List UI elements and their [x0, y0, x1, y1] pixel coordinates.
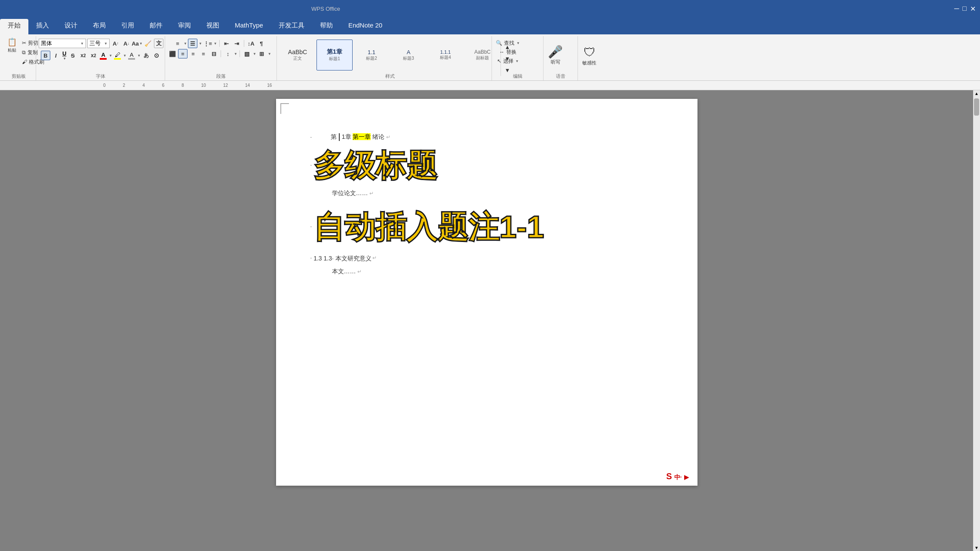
- close-btn[interactable]: ✕: [970, 5, 976, 13]
- font-group: 黑体 ▼ 三号 ▼ A↑ A↓ Aa▼ 🧹 文 B I: [36, 36, 165, 80]
- justify-button[interactable]: ≡: [199, 49, 208, 58]
- bullets-button[interactable]: ≡: [173, 39, 182, 48]
- document-scroll[interactable]: · 第 1章 第一章 绪论 ↵ · 多级标题 学位论文…… ↵: [0, 90, 973, 551]
- bullet-2: ·: [310, 162, 312, 168]
- align-right-button[interactable]: ≡: [188, 49, 198, 58]
- tab-references[interactable]: 引用: [114, 19, 142, 34]
- para-divider-2: [244, 40, 244, 47]
- font-color-button[interactable]: A: [99, 51, 108, 60]
- align-center-button[interactable]: ≡: [178, 49, 187, 58]
- tab-design[interactable]: 设计: [57, 19, 85, 34]
- minimize-btn[interactable]: ─: [954, 5, 959, 13]
- align-left-button[interactable]: ⬛: [168, 49, 177, 58]
- find-button[interactable]: 🔍 查找 ▼: [495, 39, 521, 47]
- tab-review[interactable]: 审阅: [170, 19, 199, 34]
- superscript-button[interactable]: x2: [89, 51, 98, 60]
- font-name-arrow: ▼: [80, 42, 84, 46]
- tab-home[interactable]: 开始: [0, 19, 28, 34]
- clear-format-button[interactable]: 🧹: [143, 39, 153, 48]
- dictate-label: 听写: [551, 59, 560, 65]
- style-heading3[interactable]: A 标题3: [390, 40, 427, 70]
- bold-button[interactable]: B: [41, 51, 50, 60]
- highlight-arrow[interactable]: ▼: [123, 54, 126, 58]
- shading-arrow[interactable]: ▼: [253, 52, 256, 56]
- char-shade-button[interactable]: A: [127, 51, 136, 60]
- border-arrow[interactable]: ▼: [268, 52, 271, 56]
- chapter-number: 1章: [342, 133, 351, 140]
- cut-icon: ✂: [22, 40, 26, 46]
- styles-label: 样式: [280, 73, 501, 80]
- text-effect-button[interactable]: 文: [154, 39, 163, 48]
- dictate-button[interactable]: 🎤 听写: [546, 44, 565, 67]
- font-name-selector[interactable]: 黑体 ▼: [39, 39, 86, 48]
- paste-label: 粘贴: [8, 47, 16, 53]
- numbering-button[interactable]: ☰: [188, 39, 197, 48]
- scroll-thumb[interactable]: [974, 98, 979, 116]
- shade-arrow[interactable]: ▼: [137, 54, 141, 58]
- body-text-2: 本文……: [332, 268, 356, 275]
- sensitivity-group: 🛡 敏感性 x: [578, 36, 612, 80]
- paste-icon: 📋: [7, 38, 17, 47]
- bullets-arrow[interactable]: ▼: [184, 42, 187, 46]
- strikethrough-button[interactable]: S: [68, 51, 77, 60]
- ribbon-content: 📋 粘贴 ✂ 剪切 ⧉ 复制 🖌 格式刷: [0, 34, 980, 81]
- sensitivity-button[interactable]: 🛡 敏感性: [581, 44, 598, 67]
- style-heading2[interactable]: 1.1 标题2: [353, 40, 390, 70]
- replace-button[interactable]: ↔ 替换: [495, 48, 521, 56]
- voice-group: 🎤 听写 语音: [544, 36, 578, 80]
- subscript-button[interactable]: x2: [78, 51, 88, 60]
- encircle-button[interactable]: ⊙: [152, 51, 161, 60]
- scroll-up-button[interactable]: ▲: [974, 91, 980, 96]
- select-arrow: ▼: [516, 59, 519, 63]
- tab-devtools[interactable]: 开发工具: [271, 19, 312, 34]
- scroll-down-button[interactable]: ▼: [974, 545, 980, 550]
- shading-button[interactable]: ▧: [242, 49, 252, 58]
- font-group-label: 字体: [39, 73, 162, 80]
- underline-button[interactable]: U ▼: [61, 50, 67, 61]
- show-marks-button[interactable]: ¶: [257, 39, 266, 48]
- distribute-button[interactable]: ⊟: [209, 49, 218, 58]
- sort-button[interactable]: ↕A: [246, 39, 256, 48]
- tab-insert[interactable]: 插入: [28, 19, 57, 34]
- border-button[interactable]: ⊞: [257, 49, 267, 58]
- highlight-button[interactable]: 🖊: [113, 51, 122, 60]
- font-color-arrow[interactable]: ▼: [109, 54, 112, 58]
- style-heading1[interactable]: 第1章 标题1: [316, 40, 353, 70]
- style-normal[interactable]: AaBbC 正文: [280, 40, 316, 70]
- italic-button[interactable]: I: [51, 51, 61, 60]
- line-spacing-button[interactable]: ↕: [223, 49, 233, 58]
- style-heading4[interactable]: 1.1.1 标题4: [427, 40, 464, 70]
- scrollbar-vertical[interactable]: ▲ ▼: [973, 90, 980, 551]
- indent-decrease-button[interactable]: ⇤: [222, 39, 231, 48]
- bullet-3: ·: [310, 223, 312, 230]
- document-page[interactable]: · 第 1章 第一章 绪论 ↵ · 多级标题 学位论文…… ↵: [276, 99, 697, 486]
- change-case-button[interactable]: Aa▼: [132, 39, 142, 48]
- multilevel-button[interactable]: ⋮≡: [203, 39, 212, 48]
- tab-layout[interactable]: 布局: [85, 19, 114, 34]
- select-button[interactable]: ↖ 选择 ▼: [495, 57, 521, 65]
- style-heading2-label: 标题2: [366, 55, 377, 61]
- tab-mailings[interactable]: 邮件: [142, 19, 170, 34]
- shade-indicator: [128, 58, 135, 60]
- font-grow-button[interactable]: A↑: [111, 39, 120, 48]
- phonetic-button[interactable]: あ: [141, 51, 151, 60]
- tab-help[interactable]: 帮助: [312, 19, 341, 34]
- tab-endnote[interactable]: EndNote 20: [341, 19, 390, 34]
- multilevel-arrow[interactable]: ▼: [214, 42, 217, 46]
- style-normal-preview: AaBbC: [288, 49, 307, 55]
- indent-increase-button[interactable]: ⇥: [232, 39, 242, 48]
- numbering-arrow[interactable]: ▼: [199, 42, 202, 46]
- body-text-2-container: 本文…… ↵: [332, 268, 663, 276]
- tab-view[interactable]: 视图: [199, 19, 227, 34]
- sub-heading-container: · 1.3 1.3· 本文研究意义 ↵: [310, 251, 663, 264]
- paragraph-group: ≡ ▼ ☰ ▼ ⋮≡ ▼ ⇤ ⇥ ↕A ¶ ⬛ ≡ ≡ ≡ ⊟ ↕: [165, 36, 277, 80]
- tab-mathtype[interactable]: MathType: [227, 19, 271, 34]
- font-shrink-button[interactable]: A↓: [122, 39, 131, 48]
- paragraph-mark-4: ↵: [357, 269, 362, 275]
- style-heading4-label: 标题4: [440, 55, 451, 61]
- line-spacing-arrow[interactable]: ▼: [234, 52, 237, 56]
- maximize-btn[interactable]: □: [962, 5, 967, 13]
- paste-button[interactable]: 📋 粘贴: [4, 37, 20, 54]
- body-text-1-container: 学位论文…… ↵: [332, 190, 663, 197]
- font-size-selector[interactable]: 三号 ▼: [87, 39, 110, 48]
